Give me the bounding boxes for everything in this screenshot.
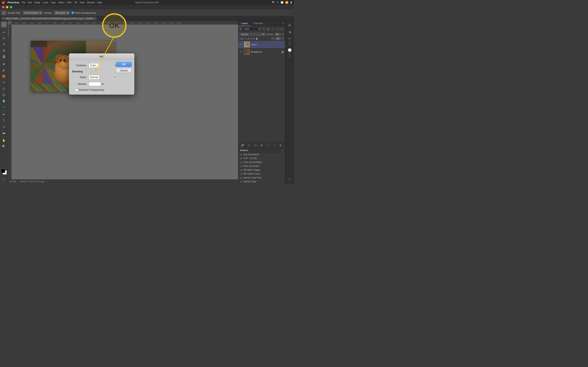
lock-all-icon[interactable]: 🔒 xyxy=(255,38,258,40)
menu-edit[interactable]: Edit xyxy=(28,1,32,4)
tool-marquee[interactable]: ▭ xyxy=(1,29,7,35)
fill-input[interactable] xyxy=(276,37,281,40)
tool-heal[interactable]: ⊕ xyxy=(1,61,7,67)
layers-list[interactable]: 👁 Layer 1 👁 Background 🔒 xyxy=(238,41,285,142)
lock-position-icon[interactable]: ✥ xyxy=(251,38,252,40)
panel-btn-adjustments[interactable]: ◑ xyxy=(285,29,294,35)
maximize-button[interactable] xyxy=(10,6,12,8)
menu-filter[interactable]: Filter xyxy=(67,1,72,4)
new-layer-btn[interactable]: + xyxy=(272,143,277,147)
panel-btn-history[interactable]: 🕐 History xyxy=(285,47,294,59)
actions-menu-icon[interactable]: ≡ xyxy=(282,149,283,151)
lock-transparent-icon[interactable]: ⊡ xyxy=(245,38,247,40)
preserve-checkbox[interactable] xyxy=(75,89,78,91)
smart-filter-icon[interactable]: ⊕ xyxy=(280,27,284,31)
panel-btn-paths[interactable]: ✒ Paths xyxy=(285,35,294,47)
layer-visibility-1[interactable]: 👁 xyxy=(240,43,243,46)
delete-layer-btn[interactable]: 🗑 xyxy=(279,143,283,147)
action-index-screenshot[interactable]: ▶ Index Screenshot xyxy=(238,164,285,168)
tool-path[interactable]: ◁ xyxy=(1,124,7,129)
link-layers-btn[interactable]: 🔗 xyxy=(241,143,245,147)
app-menu[interactable]: Photoshop xyxy=(8,1,19,4)
contents-select-wrapper[interactable]: Color... ▼ xyxy=(89,63,117,68)
tool-blur[interactable]: 💧 xyxy=(1,98,7,104)
menu-type[interactable]: Type xyxy=(51,1,56,4)
minimize-button[interactable] xyxy=(6,6,8,8)
adjustment-icon[interactable]: ◐ xyxy=(267,27,270,31)
menu-3d[interactable]: 3D xyxy=(74,1,77,4)
tab-close-icon[interactable]: ✕ xyxy=(3,17,5,20)
menu-help[interactable]: Help xyxy=(97,1,102,4)
action-internal-loupe[interactable]: ▶ Internal Loupe xyxy=(238,180,285,184)
kind-select[interactable]: Kind xyxy=(242,27,261,31)
menu-layer[interactable]: Layer xyxy=(43,1,49,4)
blend-mode-select[interactable]: Normal xyxy=(240,33,265,36)
opacity-input[interactable]: 100 xyxy=(89,82,101,86)
menu-view[interactable]: View xyxy=(80,1,85,4)
tool-shape[interactable]: ▬ xyxy=(1,130,7,136)
canvas-content[interactable] xyxy=(11,25,238,179)
quick-mask-btn[interactable] xyxy=(2,178,6,181)
menu-image[interactable]: Image xyxy=(34,1,40,4)
action-2up-screenshots[interactable]: ▶ 2Up Screenshots xyxy=(238,152,285,156)
show-sampling-checkbox[interactable]: Show Sampling Ring xyxy=(71,11,96,14)
canvas-area[interactable]: -800 -600 -400 -200 0 200 400 600 800 10… xyxy=(8,21,238,184)
close-button[interactable] xyxy=(2,6,4,8)
panel-btn-extra[interactable]: ⬡ xyxy=(285,176,294,182)
tool-text[interactable]: T xyxy=(1,118,7,123)
action-color-bg[interactable]: ▶ Color bg and Flatten xyxy=(238,160,285,164)
panel-menu-icon[interactable]: ≡ xyxy=(282,21,285,26)
ok-button[interactable]: OK xyxy=(116,62,132,67)
lock-artboard-icon[interactable]: ⊕ xyxy=(253,38,255,40)
cancel-button[interactable]: Cancel xyxy=(116,68,132,73)
tool-gradient[interactable]: ◫ xyxy=(1,92,7,98)
adjustment-layer-btn[interactable]: ◐ xyxy=(260,143,264,147)
fx-btn[interactable]: fx xyxy=(247,143,251,147)
tool-move[interactable]: ↕ xyxy=(1,22,7,27)
tool-eyedropper[interactable]: 🔬 xyxy=(1,54,7,59)
add-mask-btn[interactable]: ⊡ xyxy=(253,143,258,147)
menu-select[interactable]: Select xyxy=(58,1,65,4)
action-internal-prep[interactable]: ▶ Internal Loupe Prep xyxy=(238,176,285,180)
shape-icon-layer[interactable]: ◁ xyxy=(276,27,279,31)
contents-select[interactable]: Color... xyxy=(89,63,99,68)
layer-item-1[interactable]: 👁 Layer 1 xyxy=(238,41,285,48)
mode-select[interactable]: Normal xyxy=(89,75,99,80)
tool-stamp[interactable]: 🔴 xyxy=(1,73,7,79)
lock-paint-icon[interactable]: 🖌 xyxy=(248,38,250,40)
menu-window[interactable]: Window xyxy=(87,1,95,4)
menu-file[interactable]: File xyxy=(22,1,25,4)
tool-zoom[interactable]: 🔍 xyxy=(1,143,7,149)
tool-hand[interactable]: ✋ xyxy=(1,137,7,143)
swatch-container[interactable] xyxy=(1,169,7,175)
tool-lasso[interactable]: ⊙ xyxy=(1,35,7,41)
tool-history-brush[interactable]: ↩ xyxy=(1,80,7,85)
layer-visibility-bg[interactable]: 👁 xyxy=(240,50,243,53)
group-layers-btn[interactable]: □ xyxy=(266,143,270,147)
menubar-icon-1[interactable]: 🔍 xyxy=(272,1,275,4)
tab-layers[interactable]: Layers xyxy=(238,21,251,26)
menubar-icon-2[interactable]: ⚙ xyxy=(277,1,279,4)
tool-brush[interactable]: 🖌 xyxy=(1,67,7,73)
document-tab[interactable]: ✕ 60521779481__F7C2F3D7-ABC9-4D76-9F8E-9… xyxy=(1,17,96,20)
tool-crop[interactable]: ⊡ xyxy=(1,48,7,53)
layer-item-bg[interactable]: 👁 Background 🔒 xyxy=(238,48,285,55)
show-sampling-input[interactable] xyxy=(71,11,74,14)
tool-quick-select[interactable]: ✦ xyxy=(1,42,7,47)
sample-size-select[interactable]: Point Sample xyxy=(23,11,42,15)
foreground-swatch[interactable] xyxy=(1,169,5,173)
tool-eraser[interactable]: ◻ xyxy=(1,86,7,91)
action-001[interactable]: ▶ 001 Make it bigger xyxy=(238,168,285,172)
mode-select-wrapper[interactable]: Normal ▼ xyxy=(89,75,117,80)
sample-select[interactable]: All Layers xyxy=(54,11,70,15)
action-3up-try-this[interactable]: ▶ 3 UP - Try This xyxy=(238,156,285,160)
fill-dialog[interactable]: Fill OK Cancel Contents: Color... ▼ xyxy=(69,53,134,95)
forward-arrow[interactable]: › xyxy=(46,180,47,183)
tool-pen[interactable]: ✒ xyxy=(1,111,7,117)
pixel-icon[interactable]: ⊡ xyxy=(262,27,266,31)
filter-icon[interactable]: ▼ xyxy=(240,28,242,30)
opacity-input-layer[interactable] xyxy=(275,33,281,36)
panel-btn-properties[interactable]: ⊞ xyxy=(285,22,294,28)
action-002[interactable]: ▶ 002 Outline Loupe xyxy=(238,172,285,176)
apple-menu[interactable]: 🍎 xyxy=(2,1,5,4)
